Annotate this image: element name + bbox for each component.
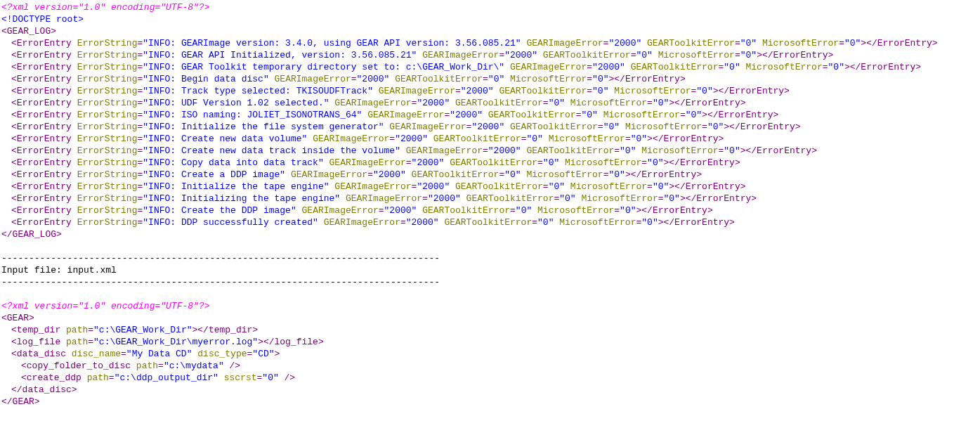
- attr-name: ErrorString: [77, 122, 138, 132]
- temp-dir: <temp_dir path="c:\GEAR_Work_Dir"></temp…: [1, 324, 979, 336]
- attr-value: "INFO: Create a DDP image": [143, 169, 285, 180]
- attr-value: "INFO: Begin data disc": [143, 74, 268, 84]
- error-entry: <ErrorEntry ErrorString="INFO: Create th…: [1, 205, 979, 216]
- error-entry-tag: <ErrorEntry: [11, 110, 72, 120]
- attr-name: disc_type: [197, 349, 247, 359]
- attr-value: "0": [603, 122, 620, 132]
- error-entry: <ErrorEntry ErrorString="INFO: Initializ…: [1, 121, 979, 133]
- attr-value: "0": [828, 62, 844, 72]
- attr-value: "2000": [417, 98, 450, 108]
- attr-value: "0": [543, 157, 559, 168]
- attr-name: GEARImageError: [334, 98, 411, 108]
- attr-value: "0": [844, 38, 861, 48]
- error-entry: <ErrorEntry ErrorString="INFO: Create ne…: [1, 133, 979, 145]
- attr-name: GEARImageError: [275, 74, 351, 84]
- attr-name: MicrosoftError: [641, 145, 718, 156]
- log-file: <log_file path="c:\GEAR_Work_Dir\myerror…: [1, 336, 979, 348]
- attr-value: "INFO: Initializing the tape engine": [143, 193, 340, 204]
- attr-name: MicrosoftError: [581, 193, 658, 204]
- copy_folder_to_disc-tag: <copy_folder_to_disc: [21, 361, 131, 371]
- doctype: <!DOCTYPE root>: [1, 13, 979, 25]
- attr-name: GEARImageError: [379, 86, 455, 96]
- error-entry: <ErrorEntry ErrorString="INFO: Initializ…: [1, 193, 979, 205]
- attr-value: "2000": [428, 193, 461, 204]
- attr-name: GEARToolkitError: [412, 169, 499, 180]
- data-disc-close: </data_disc>: [1, 384, 979, 396]
- attr-value: "0": [549, 181, 565, 192]
- separator: ----------------------------------------…: [1, 252, 979, 264]
- attr-name: GEARToolkitError: [455, 98, 543, 108]
- attr-value: "0": [488, 74, 504, 84]
- attr-value: "2000": [395, 134, 428, 144]
- attr-value: "2000": [608, 38, 641, 48]
- separator: ----------------------------------------…: [1, 276, 979, 288]
- error-entry-tag: <ErrorEntry: [11, 62, 72, 72]
- error-entry: <ErrorEntry ErrorString="INFO: Create ne…: [1, 145, 979, 157]
- attr-name: GEARImageError: [329, 157, 406, 168]
- attr-value: "0": [504, 169, 521, 180]
- attr-name: ErrorString: [77, 169, 138, 180]
- error-entry-close: ></ErrorEntry>: [680, 193, 757, 204]
- attr-name: MicrosoftError: [614, 86, 691, 96]
- attr-value: "0": [549, 98, 565, 108]
- error-entry: <ErrorEntry ErrorString="INFO: Create a …: [1, 169, 979, 181]
- gear-log-close: </GEAR_LOG>: [1, 228, 979, 240]
- attr-value: "INFO: Create the DDP image": [143, 205, 296, 216]
- temp-dir-tag: <temp_dir: [11, 325, 60, 335]
- attr-name: MicrosoftError: [746, 62, 823, 72]
- attr-value: "CD": [252, 349, 274, 359]
- attr-value: "INFO: ISO naming: JOLIET_ISONOTRANS_64": [143, 110, 362, 120]
- error-entry-tag: <ErrorEntry: [11, 193, 72, 204]
- error-entry-close: ></ErrorEntry>: [713, 86, 790, 96]
- attr-value: "0": [647, 157, 663, 168]
- error-entry-tag: <ErrorEntry: [11, 38, 72, 48]
- attr-name: GEARImageError: [302, 205, 379, 216]
- xml-log-document: <?xml version="1.0" encoding="UTF-8"?><!…: [1, 1, 979, 408]
- attr-value: "INFO: Copy data into data track": [143, 157, 323, 168]
- error-entry-close: ></ErrorEntry>: [757, 50, 833, 60]
- error-entry-close: ></ErrorEntry>: [844, 62, 921, 72]
- attr-name: ErrorString: [77, 74, 138, 84]
- attr-name: GEARImageError: [324, 217, 400, 228]
- error-entry-close: ></ErrorEntry>: [647, 134, 724, 144]
- attr-value: "0": [608, 169, 625, 180]
- attr-value: "2000": [417, 181, 450, 192]
- attr-name: GEARToolkitError: [422, 205, 510, 216]
- attr-value: "2000": [357, 74, 390, 84]
- attr-name: GEARImageError: [389, 122, 466, 132]
- attr-name: path: [87, 373, 109, 383]
- attr-name: ErrorString: [77, 205, 138, 216]
- attr-name: ErrorString: [77, 38, 138, 48]
- attr-value: "INFO: Create new data volume": [143, 134, 307, 144]
- data-disc-open: <data_disc disc_name="My Data CD" disc_t…: [1, 348, 979, 360]
- error-entry-tag: <ErrorEntry: [11, 205, 72, 216]
- error-entry-tag: <ErrorEntry: [11, 98, 72, 108]
- temp-dir-close: ></temp_dir>: [192, 325, 259, 335]
- attr-value: "0": [581, 110, 597, 120]
- attr-value: "INFO: Initialize the file system genera…: [143, 122, 384, 132]
- attr-value: "0": [724, 145, 740, 156]
- attr-value: "2000": [471, 122, 504, 132]
- attr-name: GEARImageError: [334, 181, 411, 192]
- error-entry-tag: <ErrorEntry: [11, 157, 72, 168]
- attr-name: MicrosoftError: [762, 38, 839, 48]
- attr-name: GEARToolkitError: [499, 86, 587, 96]
- attr-name: MicrosoftError: [570, 181, 647, 192]
- attr-value: "0": [636, 50, 652, 60]
- attr-value: "0": [707, 122, 724, 132]
- attr-name: MicrosoftError: [549, 134, 625, 144]
- attr-value: "2000": [406, 217, 439, 228]
- error-entry-close: ></ErrorEntry>: [861, 38, 937, 48]
- attr-name: MicrosoftError: [510, 74, 587, 84]
- attr-value: "0": [696, 86, 712, 96]
- error-entry-close: ></ErrorEntry>: [658, 217, 735, 228]
- create_ddp-tag: <create_ddp: [21, 373, 81, 383]
- error-entry-close: ></ErrorEntry>: [669, 98, 745, 108]
- error-entry-tag: <ErrorEntry: [11, 86, 72, 96]
- attr-name: GEARToolkitError: [631, 62, 719, 72]
- input-file-label: Input file: input.xml: [1, 264, 979, 276]
- xml-declaration: <?xml version="1.0" encoding="UTF-8"?>: [1, 1, 979, 13]
- attr-value: "c:\GEAR_Work_Dir\myerror.log": [93, 337, 258, 347]
- error-entry-tag: <ErrorEntry: [11, 217, 72, 228]
- attr-name: GEARToolkitError: [543, 50, 631, 60]
